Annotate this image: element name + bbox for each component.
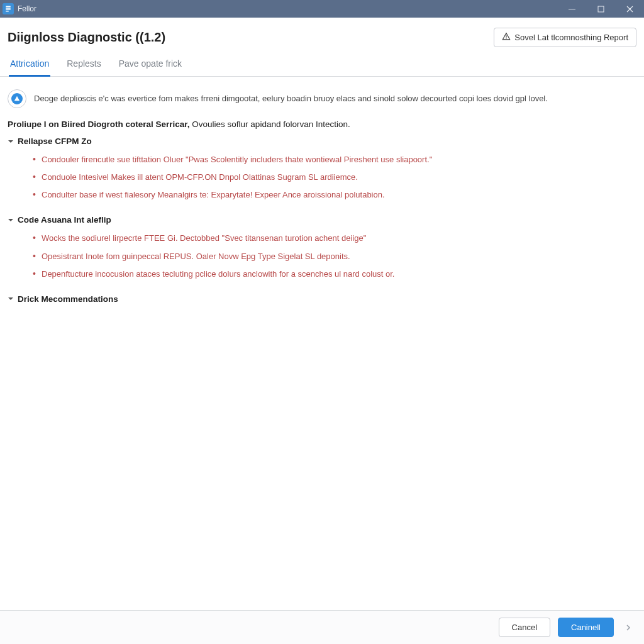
save-report-button[interactable]: Sovel Lat tlcomnosthing Report [494, 28, 636, 47]
diagnostic-group: Drick Mecommendations [8, 293, 636, 305]
info-text: Deoge deplioscis e'c was evertice fom ma… [34, 89, 548, 105]
window-title: Fellor [18, 4, 36, 13]
group-title: Code Asuana Int aleflip [18, 215, 111, 225]
window-maximize-button[interactable] [586, 0, 615, 18]
svg-rect-1 [598, 6, 604, 12]
subheading: Proliupe I on Biired Diogroth coteral Se… [8, 117, 636, 135]
group-toggle[interactable]: Drick Mecommendations [8, 293, 636, 305]
app-icon [3, 3, 14, 14]
tab-replests[interactable]: Replests [65, 58, 102, 77]
chevron-right-icon[interactable] [621, 624, 635, 631]
chevron-down-icon [8, 138, 14, 145]
tab-bar: Attrication Replests Pave opate frick [0, 47, 644, 77]
chevron-down-icon [8, 296, 14, 302]
diagnostic-group: Code Asuana Int aleflip Wocks the sodiur… [8, 214, 636, 286]
info-icon [8, 89, 26, 108]
finding-item: Wocks the sodiurel lirpecrte FTEE Gi. De… [33, 230, 636, 247]
warning-icon [502, 32, 511, 43]
subheading-bold: Proliupe I on Biired Diogroth coteral Se… [8, 119, 190, 129]
info-banner: Deoge deplioscis e'c was evertice fom ma… [8, 87, 636, 117]
subheading-rest: Ovoulies soflur apidand folorvan Intecti… [190, 119, 350, 129]
page-header: Diignloss Diagnostic ((1.2) Sovel Lat tl… [0, 18, 644, 47]
group-items: Wocks the sodiurel lirpecrte FTEE Gi. De… [8, 226, 636, 286]
svg-rect-0 [569, 9, 575, 9]
group-title: Drick Mecommendations [18, 294, 118, 304]
diagnostic-group: Rellapse CFPM Zo Condouler firencutle su… [8, 135, 636, 208]
primary-button[interactable]: Caninell [558, 618, 614, 637]
content-area: Deoge deplioscis e'c was evertice fom ma… [0, 77, 644, 644]
group-toggle[interactable]: Code Asuana Int aleflip [8, 214, 636, 226]
tab-attrication[interactable]: Attrication [9, 58, 50, 77]
dialog-footer: Cancel Caninell [0, 610, 644, 644]
finding-item: Depenftucture incocusion ataces teclutin… [33, 265, 636, 283]
group-toggle[interactable]: Rellapse CFPM Zo [8, 135, 636, 147]
finding-item: Conduole Intesivel Makes ill atent OPM-C… [33, 169, 636, 186]
finding-item: Condulter base if west fialesory Meanalg… [33, 186, 636, 204]
finding-item: Opesistrant Inote fom guinpeccal REPUS. … [33, 248, 636, 265]
finding-item: Condouler firencutle sue tifttation Olue… [33, 151, 636, 169]
svg-rect-3 [506, 38, 507, 39]
window-close-button[interactable] [615, 0, 644, 18]
save-report-label: Sovel Lat tlcomnosthing Report [514, 33, 628, 42]
tab-pave-opate[interactable]: Pave opate frick [118, 58, 183, 77]
window-titlebar: Fellor [0, 0, 644, 18]
page-title: Diignloss Diagnostic ((1.2) [8, 30, 165, 45]
group-items: Condouler firencutle sue tifttation Olue… [8, 147, 636, 208]
chevron-down-icon [8, 217, 14, 223]
svg-rect-2 [506, 35, 507, 38]
group-title: Rellapse CFPM Zo [18, 136, 92, 146]
window-minimize-button[interactable] [557, 0, 586, 18]
cancel-button[interactable]: Cancel [499, 618, 550, 637]
